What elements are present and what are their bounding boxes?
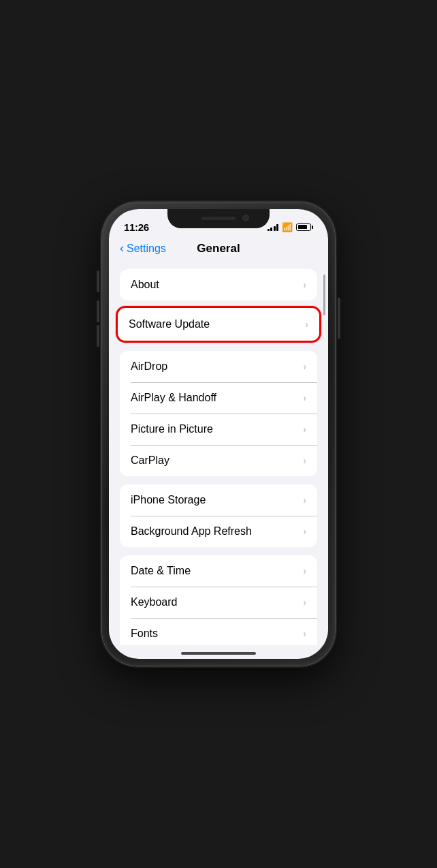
picture-in-picture-label: Picture in Picture bbox=[131, 423, 213, 435]
sidebar-item-carplay[interactable]: CarPlay › bbox=[120, 445, 317, 476]
sidebar-item-software-update[interactable]: Software Update › bbox=[118, 308, 319, 341]
wifi-icon: 📶 bbox=[282, 222, 293, 232]
section-about: About › bbox=[120, 269, 317, 300]
status-time: 11:26 bbox=[124, 221, 149, 233]
background-app-refresh-label: Background App Refresh bbox=[131, 525, 252, 538]
battery-icon bbox=[296, 223, 313, 231]
chevron-icon: › bbox=[303, 565, 306, 576]
sidebar-item-background-app-refresh[interactable]: Background App Refresh › bbox=[120, 516, 317, 547]
camera bbox=[242, 215, 249, 221]
chevron-icon: › bbox=[303, 279, 306, 290]
status-icons: 📶 bbox=[268, 222, 314, 232]
page-title: General bbox=[186, 242, 252, 255]
airdrop-label: AirDrop bbox=[131, 360, 167, 373]
signal-icon bbox=[268, 223, 279, 231]
chevron-icon: › bbox=[303, 495, 306, 506]
chevron-icon: › bbox=[303, 392, 306, 403]
back-label: Settings bbox=[127, 243, 166, 255]
scrollbar-thumb[interactable] bbox=[323, 275, 325, 315]
sidebar-item-iphone-storage[interactable]: iPhone Storage › bbox=[120, 484, 317, 516]
airplay-handoff-label: AirPlay & Handoff bbox=[131, 392, 216, 404]
notch bbox=[167, 209, 270, 228]
home-indicator[interactable] bbox=[181, 652, 256, 655]
section-storage: iPhone Storage › Background App Refresh … bbox=[120, 484, 317, 547]
fonts-label: Fonts bbox=[131, 627, 158, 640]
chevron-icon: › bbox=[303, 597, 306, 608]
nav-bar: ‹ Settings General bbox=[109, 239, 328, 261]
iphone-storage-label: iPhone Storage bbox=[131, 494, 206, 506]
sidebar-item-airplay-handoff[interactable]: AirPlay & Handoff › bbox=[120, 382, 317, 414]
software-update-label: Software Update bbox=[129, 318, 210, 330]
settings-scroll-view[interactable]: About › Software Update › AirDrop › AirP… bbox=[109, 261, 328, 645]
phone-frame: 11:26 📶 ‹ Se bbox=[102, 202, 335, 666]
sidebar-item-about[interactable]: About › bbox=[120, 269, 317, 300]
chevron-icon: › bbox=[305, 319, 308, 330]
chevron-icon: › bbox=[303, 361, 306, 372]
sidebar-item-keyboard[interactable]: Keyboard › bbox=[120, 587, 317, 618]
chevron-icon: › bbox=[303, 526, 306, 537]
phone-screen: 11:26 📶 ‹ Se bbox=[109, 209, 328, 659]
carplay-label: CarPlay bbox=[131, 454, 169, 467]
keyboard-label: Keyboard bbox=[131, 596, 178, 608]
section-connectivity: AirDrop › AirPlay & Handoff › Picture in… bbox=[120, 351, 317, 476]
sidebar-item-airdrop[interactable]: AirDrop › bbox=[120, 351, 317, 382]
section-software-update: Software Update › bbox=[116, 306, 321, 343]
scrollbar-track bbox=[323, 275, 325, 645]
speaker bbox=[201, 217, 236, 220]
date-time-label: Date & Time bbox=[131, 565, 191, 577]
back-button[interactable]: ‹ Settings bbox=[120, 242, 186, 255]
sidebar-item-fonts[interactable]: Fonts › bbox=[120, 618, 317, 645]
chevron-icon: › bbox=[303, 424, 306, 435]
back-arrow-icon: ‹ bbox=[120, 241, 124, 255]
sidebar-item-date-time[interactable]: Date & Time › bbox=[120, 555, 317, 587]
chevron-icon: › bbox=[303, 628, 306, 639]
sidebar-item-picture-in-picture[interactable]: Picture in Picture › bbox=[120, 414, 317, 445]
chevron-icon: › bbox=[303, 455, 306, 466]
section-system: Date & Time › Keyboard › Fonts › Languag… bbox=[120, 555, 317, 645]
about-label: About bbox=[131, 279, 159, 291]
